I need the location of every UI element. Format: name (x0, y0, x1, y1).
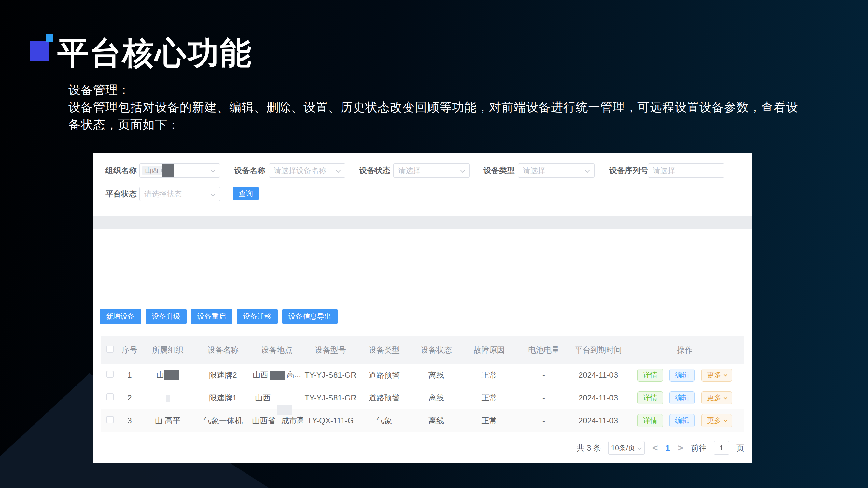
goto-input-box (714, 441, 729, 455)
current-page[interactable]: 1 (665, 444, 670, 453)
more-button[interactable]: 更多 (701, 368, 732, 382)
serial-input[interactable] (648, 164, 724, 177)
cell-status: 离线 (410, 416, 462, 426)
platform-status-label: 平台状态： (105, 187, 145, 201)
upgrade-device-button[interactable]: 设备升级 (146, 309, 187, 324)
query-button[interactable]: 查询 (233, 187, 258, 200)
header-fault: 故障原因 (462, 345, 516, 355)
cell-actions: 详情 编辑 更多 (625, 368, 744, 382)
org-tag-label: 山西 (145, 166, 159, 175)
org-tag[interactable]: 山西 × (142, 166, 169, 175)
pagination-total: 共 3 条 (577, 443, 601, 453)
select-all-checkbox[interactable] (106, 346, 114, 353)
platform-status-select[interactable]: 请选择状态 (140, 187, 220, 201)
description-paragraph: 设备管理： 设备管理包括对设备的新建、编辑、删除、设置、历史状态改变回顾等功能，… (68, 82, 804, 133)
redaction-box (166, 395, 169, 402)
chevron-down-icon (585, 168, 590, 173)
device-status-placeholder: 请选择 (398, 164, 421, 177)
row-checkbox[interactable] (106, 370, 114, 378)
table-row: 3 山 高平 气象一体机 山西省成市高 TY-QX-111-G 气象 离线 正常… (101, 409, 744, 432)
cell-status: 离线 (410, 393, 462, 403)
add-device-button[interactable]: 新增设备 (100, 309, 141, 324)
org-name-select[interactable]: 山西 × (140, 163, 220, 177)
header-index: 序号 (119, 345, 140, 355)
header-type: 设备类型 (358, 345, 410, 355)
page-size-select[interactable]: 10条/页 (608, 441, 645, 455)
device-name-placeholder: 请选择设备名称 (274, 164, 326, 177)
detail-button[interactable]: 详情 (638, 368, 663, 382)
chevron-down-icon (211, 192, 215, 196)
reboot-device-button[interactable]: 设备重启 (191, 309, 232, 324)
cell-model: TY-YJ-S81-GR (303, 393, 358, 403)
goto-page-input[interactable] (714, 442, 729, 455)
detail-button[interactable]: 详情 (638, 391, 663, 404)
more-button[interactable]: 更多 (701, 391, 732, 404)
cell-battery: - (516, 416, 571, 426)
paragraph-heading: 设备管理： (68, 82, 804, 99)
row-checkbox[interactable] (106, 393, 114, 400)
cell-expire: 2024-11-03 (571, 416, 625, 426)
table-header-row: 序号 所属组织 设备名称 设备地点 设备型号 设备类型 设备状态 故障原因 电池… (101, 336, 744, 364)
goto-label: 前往 (691, 443, 707, 453)
migrate-device-button[interactable]: 设备迁移 (237, 309, 278, 324)
cell-location: 山西省成市高 (251, 416, 303, 426)
device-name-label: 设备名称： (234, 163, 273, 177)
org-name-label: 组织名称： (105, 163, 145, 177)
cell-index: 1 (119, 370, 140, 380)
header-expire: 平台到期时间 (571, 345, 625, 355)
cell-model: TY-QX-111-G (303, 416, 358, 426)
cell-index: 3 (119, 416, 140, 426)
chevron-down-icon (336, 168, 341, 173)
more-button[interactable]: 更多 (701, 414, 732, 427)
cell-type: 气象 (358, 416, 410, 426)
device-status-label: 设备状态： (359, 163, 398, 177)
device-name-select[interactable]: 请选择设备名称 (269, 163, 345, 177)
chevron-down-icon (211, 168, 215, 173)
redaction-box (164, 370, 179, 380)
slide-root: 平台核心功能 设备管理： 设备管理包括对设备的新建、编辑、删除、设置、历史状态改… (0, 0, 868, 488)
detail-button[interactable]: 详情 (638, 414, 663, 427)
header-name: 设备名称 (195, 345, 251, 355)
cell-name: 气象一体机 (195, 416, 251, 426)
device-type-label: 设备类型： (484, 163, 523, 177)
content-card: 新增设备 设备升级 设备重启 设备迁移 设备信息导出 序号 所属组织 设备名称 … (93, 229, 752, 463)
chevron-down-icon (724, 372, 727, 376)
device-status-select[interactable]: 请选择 (393, 163, 470, 177)
cell-fault: 正常 (462, 393, 516, 403)
header-org: 所属组织 (140, 345, 195, 355)
page-suffix: 页 (737, 443, 744, 453)
header-model: 设备型号 (303, 345, 358, 355)
redaction-box (277, 405, 292, 416)
device-management-screenshot: 组织名称： 山西 × 设备名称： 请选择设备名称 设备状态： 请选择 设备类型： (93, 153, 752, 463)
prev-page-button[interactable]: < (652, 443, 658, 453)
filter-card: 组织名称： 山西 × 设备名称： 请选择设备名称 设备状态： 请选择 设备类型： (93, 153, 752, 216)
row-checkbox[interactable] (106, 416, 114, 423)
edit-button[interactable]: 编辑 (670, 391, 695, 404)
chevron-down-icon (460, 168, 465, 173)
title-square-big (30, 41, 49, 61)
cell-status: 离线 (410, 370, 462, 380)
cell-fault: 正常 (462, 416, 516, 426)
chevron-down-icon (724, 418, 727, 422)
cell-location: 山西... (251, 393, 303, 403)
next-page-button[interactable]: > (677, 443, 684, 453)
cell-fault: 正常 (462, 370, 516, 380)
page-title: 平台核心功能 (57, 33, 513, 75)
edit-button[interactable]: 编辑 (670, 368, 695, 382)
cell-actions: 详情 编辑 更多 (625, 391, 744, 404)
platform-status-placeholder: 请选择状态 (144, 187, 182, 201)
cell-type: 道路预警 (358, 393, 410, 403)
export-device-info-button[interactable]: 设备信息导出 (282, 309, 338, 324)
cell-battery: - (516, 393, 571, 403)
header-location: 设备地点 (251, 345, 303, 355)
cell-name: 限速牌1 (195, 393, 251, 403)
title-square-small (45, 34, 53, 42)
cell-org: 山 高平 (140, 416, 195, 426)
device-type-placeholder: 请选择 (523, 164, 545, 177)
device-type-select[interactable]: 请选择 (518, 163, 594, 177)
redaction-box (162, 164, 174, 177)
edit-button[interactable]: 编辑 (670, 414, 695, 427)
cell-expire: 2024-11-03 (571, 370, 625, 380)
redaction-box (275, 420, 281, 423)
device-table: 序号 所属组织 设备名称 设备地点 设备型号 设备类型 设备状态 故障原因 电池… (101, 336, 744, 432)
